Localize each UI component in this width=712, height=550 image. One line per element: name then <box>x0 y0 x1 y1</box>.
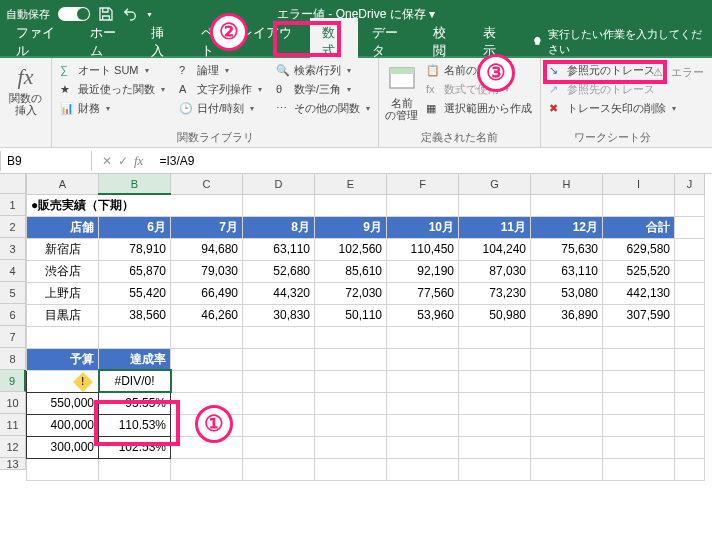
select-all-corner[interactable] <box>0 174 26 194</box>
cell[interactable]: 新宿店 <box>27 238 99 260</box>
cell[interactable]: 300,000 <box>27 436 99 458</box>
col-header[interactable]: E <box>315 174 387 194</box>
row-header[interactable]: 11 <box>0 414 26 436</box>
cell[interactable]: 44,320 <box>243 282 315 304</box>
remove-arrows-button[interactable]: ✖トレース矢印の削除▾ <box>547 100 678 117</box>
cell[interactable]: 94,680 <box>171 238 243 260</box>
cell[interactable]: 達成率 <box>99 348 171 370</box>
cell[interactable]: 46,260 <box>171 304 243 326</box>
cell[interactable]: 72,030 <box>315 282 387 304</box>
formula-bar[interactable]: =I3/A9 <box>153 151 712 171</box>
error-indicator-icon[interactable]: ! <box>73 372 93 392</box>
text-functions-button[interactable]: A文字列操作▾ <box>177 81 264 98</box>
col-header[interactable]: J <box>675 174 705 194</box>
col-header[interactable]: F <box>387 174 459 194</box>
cell[interactable]: 55,420 <box>99 282 171 304</box>
use-in-formula-button[interactable]: fx数式で使用▾ <box>424 81 534 98</box>
cell[interactable]: 95.55% <box>99 392 171 414</box>
cell[interactable]: 85,610 <box>315 260 387 282</box>
more-functions-button[interactable]: ⋯その他の関数▾ <box>274 100 372 117</box>
row-header[interactable]: 9 <box>0 370 26 392</box>
cell[interactable]: 110.53% <box>99 414 171 436</box>
row-header[interactable]: 3 <box>0 238 26 260</box>
logical-button[interactable]: ?論理▾ <box>177 62 264 79</box>
cell[interactable]: 目黒店 <box>27 304 99 326</box>
fx-icon[interactable]: fx <box>134 153 143 169</box>
worksheet[interactable]: 1 2 3 4 5 6 7 8 9 10 11 12 13 A B C D E … <box>0 174 712 481</box>
cell[interactable]: 104,240 <box>459 238 531 260</box>
insert-function-icon[interactable]: fx <box>6 62 45 92</box>
col-header[interactable]: A <box>27 174 99 194</box>
cell[interactable]: 9月 <box>315 216 387 238</box>
cell[interactable]: 上野店 <box>27 282 99 304</box>
autosum-button[interactable]: ∑オート SUM▾ <box>58 62 167 79</box>
cell[interactable]: 11月 <box>459 216 531 238</box>
cell[interactable]: 63,110 <box>243 238 315 260</box>
cells-grid[interactable]: A B C D E F G H I J ●販売実績（下期） 店舗 6月 7月 8… <box>26 174 705 481</box>
row-header[interactable]: 8 <box>0 348 26 370</box>
math-button[interactable]: θ数学/三角▾ <box>274 81 372 98</box>
col-header[interactable]: I <box>603 174 675 194</box>
cell[interactable]: 79,030 <box>171 260 243 282</box>
row-header[interactable]: 13 <box>0 458 26 470</box>
name-manager-icon[interactable] <box>386 62 418 94</box>
tell-me-box[interactable]: 実行したい作業を入力してください <box>531 27 708 57</box>
cell[interactable]: 77,560 <box>387 282 459 304</box>
cell[interactable]: 38,560 <box>99 304 171 326</box>
row-header[interactable]: 1 <box>0 194 26 216</box>
cell[interactable]: 102.53% <box>99 436 171 458</box>
cell[interactable]: 12月 <box>531 216 603 238</box>
cell[interactable]: 合計 <box>603 216 675 238</box>
cell-selected[interactable]: #DIV/0! <box>99 370 171 392</box>
cell[interactable]: 8月 <box>243 216 315 238</box>
qa-dropdown-icon[interactable]: ▼ <box>146 11 153 18</box>
cell[interactable]: 30,830 <box>243 304 315 326</box>
cell[interactable]: 307,590 <box>603 304 675 326</box>
row-header[interactable]: 5 <box>0 282 26 304</box>
cell[interactable]: 50,980 <box>459 304 531 326</box>
cell[interactable]: 66,490 <box>171 282 243 304</box>
cell[interactable]: 53,080 <box>531 282 603 304</box>
row-header[interactable]: 7 <box>0 326 26 348</box>
cell[interactable]: ●販売実績（下期） <box>27 194 243 216</box>
cell[interactable]: 店舗 <box>27 216 99 238</box>
cell[interactable]: 6月 <box>99 216 171 238</box>
datetime-button[interactable]: 🕒日付/時刻▾ <box>177 100 264 117</box>
col-header[interactable]: G <box>459 174 531 194</box>
col-header[interactable]: C <box>171 174 243 194</box>
cell[interactable]: 525,520 <box>603 260 675 282</box>
cell[interactable]: 53,960 <box>387 304 459 326</box>
cell[interactable]: 7月 <box>171 216 243 238</box>
col-header[interactable]: H <box>531 174 603 194</box>
cell[interactable]: 550,000 <box>27 392 99 414</box>
cell[interactable]: 渋谷店 <box>27 260 99 282</box>
recent-functions-button[interactable]: ★最近使った関数▾ <box>58 81 167 98</box>
lookup-button[interactable]: 🔍検索/行列▾ <box>274 62 372 79</box>
cell[interactable]: 65,870 <box>99 260 171 282</box>
row-header[interactable]: 4 <box>0 260 26 282</box>
cell[interactable]: 110,450 <box>387 238 459 260</box>
enter-icon[interactable]: ✓ <box>118 154 128 168</box>
cell[interactable]: 102,560 <box>315 238 387 260</box>
cancel-icon[interactable]: ✕ <box>102 154 112 168</box>
cell[interactable]: 78,910 <box>99 238 171 260</box>
row-header[interactable]: 6 <box>0 304 26 326</box>
error-checking-button[interactable]: ⚠エラー <box>651 64 706 81</box>
financial-button[interactable]: 📊財務▾ <box>58 100 167 117</box>
cell[interactable]: 629,580 <box>603 238 675 260</box>
row-header[interactable]: 12 <box>0 436 26 458</box>
cell[interactable]: 87,030 <box>459 260 531 282</box>
cell[interactable]: 52,680 <box>243 260 315 282</box>
row-header[interactable]: 2 <box>0 216 26 238</box>
cell[interactable]: 63,110 <box>531 260 603 282</box>
row-header[interactable]: 10 <box>0 392 26 414</box>
cell[interactable]: 36,890 <box>531 304 603 326</box>
cell[interactable]: 50,110 <box>315 304 387 326</box>
col-header[interactable]: D <box>243 174 315 194</box>
cell[interactable]: 予算 <box>27 348 99 370</box>
cell[interactable]: 442,130 <box>603 282 675 304</box>
cell[interactable]: 400,000 <box>27 414 99 436</box>
cell[interactable]: 92,190 <box>387 260 459 282</box>
cell[interactable]: 10月 <box>387 216 459 238</box>
cell[interactable]: 75,630 <box>531 238 603 260</box>
